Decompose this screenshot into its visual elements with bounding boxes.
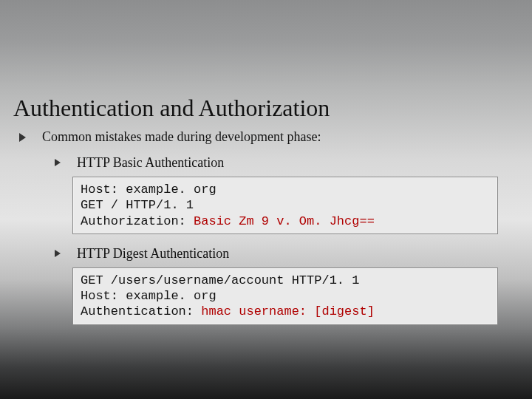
- bullet-level2-digest: HTTP Digest Authentication: [55, 246, 532, 262]
- code-block-basic-auth: Host: example. org GET / HTTP/1. 1 Autho…: [72, 177, 498, 234]
- code-block-digest-auth: GET /users/username/account HTTP/1. 1 Ho…: [72, 267, 498, 325]
- code-line: Host: example. org: [81, 288, 490, 304]
- triangle-bullet-icon: [19, 133, 26, 142]
- code-line: GET / HTTP/1. 1: [81, 197, 490, 213]
- code-line: Authentication: hmac username: [digest]: [81, 304, 490, 319]
- bullet-level1: Common mistakes made during development …: [19, 129, 532, 145]
- bullet-level2-basic: HTTP Basic Authentication: [55, 155, 532, 171]
- code-highlight: Zm 9 v. Om. Jhcg==: [239, 214, 375, 228]
- code-line: Authorization: Basic Zm 9 v. Om. Jhcg==: [81, 214, 490, 229]
- section1-heading: HTTP Basic Authentication: [77, 155, 224, 171]
- section2-heading: HTTP Digest Authentication: [77, 246, 229, 262]
- triangle-bullet-icon: [55, 250, 61, 257]
- code-highlight: hmac: [201, 304, 239, 318]
- code-highlight: username: [digest]: [239, 304, 375, 318]
- code-line: GET /users/username/account HTTP/1. 1: [81, 273, 490, 288]
- slide-title: Authentication and Authorization: [13, 95, 532, 122]
- code-line: Host: example. org: [81, 182, 490, 197]
- code-text: Authentication:: [81, 304, 201, 318]
- code-highlight: Basic: [194, 214, 239, 228]
- code-text: Authorization:: [81, 214, 194, 228]
- slide: Authentication and Authorization Common …: [0, 0, 532, 399]
- triangle-bullet-icon: [55, 159, 61, 166]
- intro-text: Common mistakes made during development …: [42, 129, 321, 145]
